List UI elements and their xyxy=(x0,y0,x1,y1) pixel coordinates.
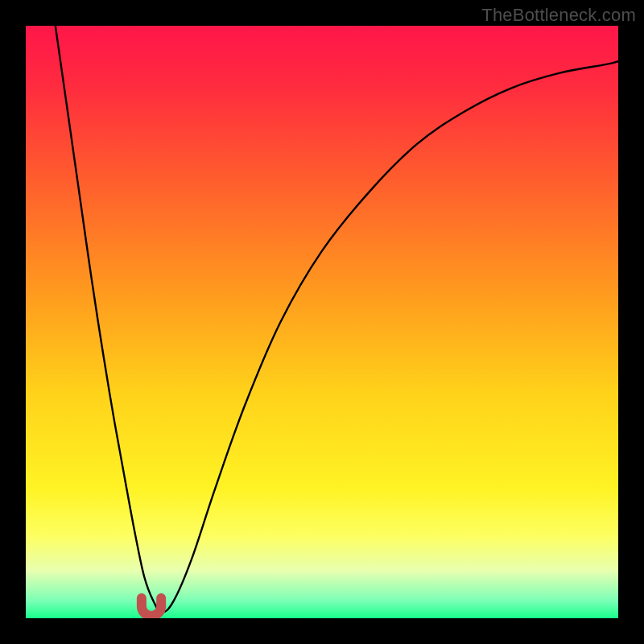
optimum-marker xyxy=(142,598,161,616)
watermark-label: TheBottleneck.com xyxy=(481,5,636,26)
bottleneck-curve xyxy=(26,26,618,618)
plot-area xyxy=(26,26,618,618)
chart-frame: TheBottleneck.com xyxy=(0,0,644,644)
